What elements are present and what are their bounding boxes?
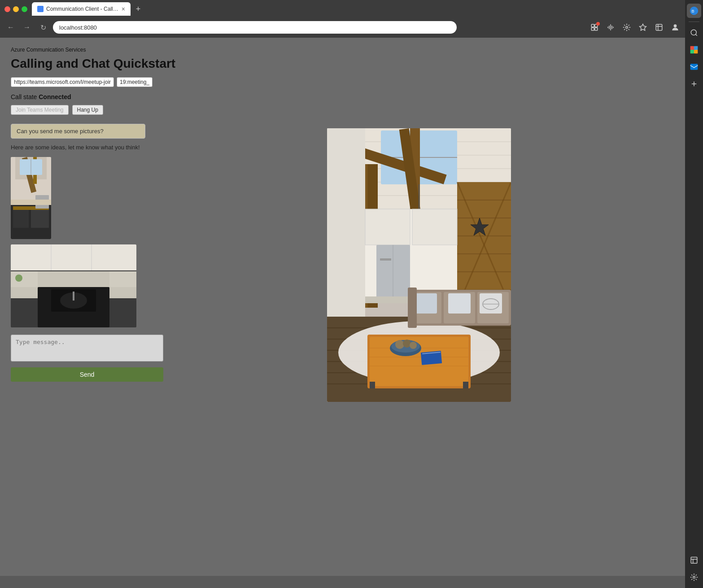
chat-image-2[interactable] bbox=[11, 244, 136, 327]
svg-rect-17 bbox=[690, 46, 694, 50]
sidebar-divider bbox=[689, 22, 699, 22]
svg-rect-82 bbox=[365, 209, 410, 245]
refresh-button[interactable]: ↻ bbox=[37, 21, 49, 34]
svg-line-16 bbox=[695, 34, 697, 35]
button-row: Join Teams Meeting Hang Up bbox=[11, 105, 674, 115]
edge-sidebar: B bbox=[685, 0, 703, 588]
close-button[interactable] bbox=[4, 6, 10, 12]
right-panel bbox=[163, 124, 674, 402]
svg-rect-120 bbox=[408, 287, 417, 328]
sidebar-layout-icon[interactable] bbox=[687, 553, 701, 567]
content-wrapper: Can you send me some pictures? Here are … bbox=[11, 124, 674, 402]
page-title: Calling and Chat Quickstart bbox=[11, 57, 674, 71]
title-bar: Communication Client - Callin... × + bbox=[0, 0, 703, 18]
tab-favicon bbox=[37, 6, 44, 12]
large-preview-image[interactable] bbox=[327, 128, 511, 402]
browser-tab[interactable]: Communication Client - Callin... × bbox=[32, 2, 131, 16]
svg-point-4 bbox=[626, 26, 628, 29]
chat-images bbox=[11, 157, 163, 327]
svg-rect-21 bbox=[690, 64, 698, 70]
edge-copilot-icon[interactable]: B bbox=[687, 4, 701, 18]
browser-extensions-icon[interactable] bbox=[620, 20, 634, 35]
new-tab-button[interactable]: + bbox=[132, 3, 144, 15]
maximize-button[interactable] bbox=[22, 6, 27, 12]
svg-rect-24 bbox=[691, 557, 697, 563]
svg-rect-37 bbox=[31, 210, 49, 228]
favorites-icon[interactable] bbox=[636, 20, 650, 35]
token-input[interactable] bbox=[117, 77, 153, 87]
svg-rect-116 bbox=[448, 293, 471, 314]
app-title: Azure Communication Services bbox=[11, 47, 674, 53]
svg-rect-6 bbox=[656, 24, 662, 30]
sidebar-outlook-icon[interactable] bbox=[687, 60, 701, 74]
svg-rect-49 bbox=[11, 271, 38, 287]
svg-point-106 bbox=[395, 340, 404, 349]
browser-frame: Communication Client - Callin... × + ← →… bbox=[0, 0, 703, 38]
svg-rect-86 bbox=[380, 258, 391, 261]
svg-rect-36 bbox=[13, 210, 29, 228]
svg-rect-99 bbox=[370, 382, 375, 388]
svg-text:B: B bbox=[692, 9, 694, 13]
left-panel: Can you send me some pictures? Here are … bbox=[11, 124, 163, 402]
svg-rect-48 bbox=[73, 292, 74, 301]
sidebar-add-icon[interactable] bbox=[687, 77, 701, 91]
svg-point-27 bbox=[693, 576, 695, 579]
svg-rect-3 bbox=[595, 28, 598, 30]
forward-button[interactable]: → bbox=[21, 21, 33, 34]
svg-point-108 bbox=[410, 342, 417, 349]
svg-rect-18 bbox=[694, 46, 698, 50]
back-button[interactable]: ← bbox=[4, 21, 17, 34]
tab-close-icon[interactable]: × bbox=[122, 5, 125, 13]
minimize-button[interactable] bbox=[13, 6, 19, 12]
input-row bbox=[11, 77, 674, 87]
profile-icon[interactable] bbox=[668, 20, 682, 35]
teams-url-input[interactable] bbox=[11, 77, 114, 87]
svg-point-51 bbox=[15, 274, 22, 282]
svg-rect-100 bbox=[463, 382, 468, 388]
chat-image-1[interactable] bbox=[11, 157, 51, 239]
sidebar-settings-icon[interactable] bbox=[687, 570, 701, 584]
extensions-icon[interactable] bbox=[587, 20, 602, 35]
sidebar-search-icon[interactable] bbox=[687, 26, 701, 40]
collections-icon[interactable] bbox=[652, 20, 666, 35]
hang-up-button[interactable]: Hang Up bbox=[72, 105, 103, 115]
address-bar-row: ← → ↻ bbox=[0, 18, 703, 38]
sent-message-text: Here are some ideas, let me know what yo… bbox=[11, 144, 163, 151]
svg-rect-20 bbox=[694, 50, 698, 53]
svg-rect-39 bbox=[11, 200, 51, 205]
address-input[interactable] bbox=[53, 21, 457, 34]
read-aloud-icon[interactable] bbox=[603, 20, 618, 35]
received-message-text: Can you send me some pictures? bbox=[17, 128, 104, 135]
traffic-lights bbox=[4, 6, 27, 12]
tab-title: Communication Client - Callin... bbox=[46, 6, 119, 12]
message-input[interactable] bbox=[11, 335, 163, 362]
svg-rect-2 bbox=[591, 28, 594, 30]
svg-point-107 bbox=[403, 340, 411, 348]
join-teams-meeting-button[interactable]: Join Teams Meeting bbox=[11, 105, 69, 115]
svg-rect-50 bbox=[109, 271, 136, 287]
svg-rect-42 bbox=[11, 244, 136, 270]
send-button[interactable]: Send bbox=[11, 367, 163, 382]
svg-point-9 bbox=[674, 24, 677, 27]
tab-bar: Communication Client - Callin... × + bbox=[32, 2, 699, 16]
svg-rect-83 bbox=[412, 209, 457, 245]
svg-rect-115 bbox=[415, 293, 437, 314]
page-content: Azure Communication Services Calling and… bbox=[0, 38, 685, 576]
call-state-value: Connected bbox=[39, 93, 71, 100]
svg-marker-5 bbox=[640, 24, 646, 30]
svg-point-15 bbox=[691, 30, 696, 35]
sidebar-office-icon[interactable] bbox=[687, 43, 701, 57]
received-message-bubble: Can you send me some pictures? bbox=[11, 124, 145, 139]
call-state-label: Call state Connected bbox=[11, 93, 674, 100]
toolbar-icons bbox=[587, 20, 699, 35]
svg-rect-19 bbox=[690, 50, 694, 53]
svg-rect-0 bbox=[591, 24, 594, 27]
